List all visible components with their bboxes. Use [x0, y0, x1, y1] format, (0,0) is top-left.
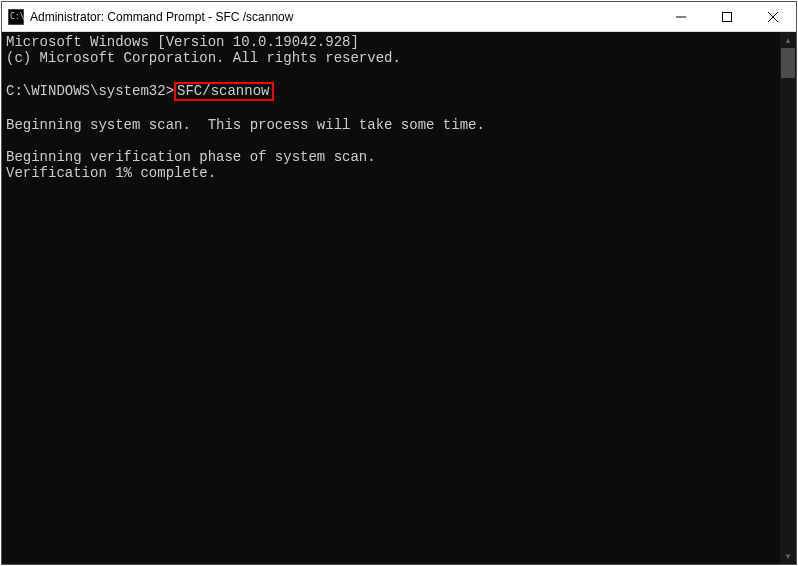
output-line: Verification 1% complete. [6, 165, 776, 181]
command-prompt-window: C:\ Administrator: Command Prompt - SFC … [1, 1, 797, 565]
scrollbar-thumb[interactable] [781, 48, 795, 78]
output-line: Beginning verification phase of system s… [6, 149, 776, 165]
minimize-button[interactable] [658, 2, 704, 31]
vertical-scrollbar[interactable]: ▲ ▼ [780, 32, 796, 564]
prompt-line: C:\WINDOWS\system32>SFC/scannow [6, 82, 776, 101]
output-line: (c) Microsoft Corporation. All rights re… [6, 50, 776, 66]
cmd-icon: C:\ [8, 9, 24, 25]
window-controls [658, 2, 796, 31]
window-title: Administrator: Command Prompt - SFC /sca… [30, 10, 658, 24]
console-output[interactable]: Microsoft Windows [Version 10.0.19042.92… [2, 32, 780, 564]
prompt-path: C:\WINDOWS\system32> [6, 83, 174, 99]
output-blank [6, 133, 776, 149]
svg-text:C:\: C:\ [10, 12, 24, 21]
maximize-button[interactable] [704, 2, 750, 31]
command-highlight: SFC/scannow [174, 82, 274, 101]
close-button[interactable] [750, 2, 796, 31]
scroll-down-icon[interactable]: ▼ [780, 548, 796, 564]
output-line: Beginning system scan. This process will… [6, 117, 776, 133]
console-body: Microsoft Windows [Version 10.0.19042.92… [2, 32, 796, 564]
command-text: SFC/scannow [177, 83, 269, 99]
output-blank [6, 66, 776, 82]
scroll-up-icon[interactable]: ▲ [780, 32, 796, 48]
output-blank [6, 101, 776, 117]
svg-rect-3 [723, 12, 732, 21]
titlebar[interactable]: C:\ Administrator: Command Prompt - SFC … [2, 2, 796, 32]
output-line: Microsoft Windows [Version 10.0.19042.92… [6, 34, 776, 50]
